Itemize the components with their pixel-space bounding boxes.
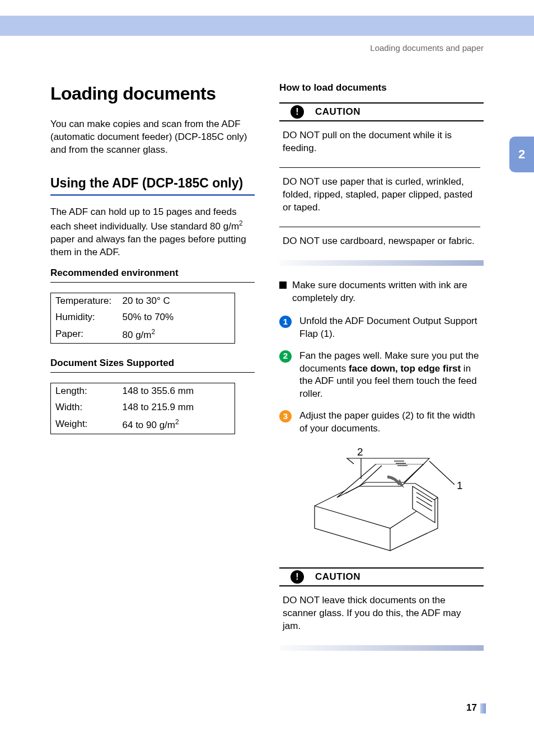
env-paper-sup: 2 [151, 328, 155, 336]
svg-line-8 [429, 461, 455, 485]
square-bullet-icon [279, 281, 287, 289]
section-heading-adf: Using the ADF (DCP-185C only) [50, 175, 255, 196]
adf-illustration: 2 1 [298, 444, 466, 556]
env-humidity-value: 50% to 70% [118, 309, 235, 326]
callout-1: 1 [457, 480, 463, 491]
divider [279, 167, 480, 168]
env-heading: Recommended environment [50, 267, 255, 283]
gradient-bar [279, 645, 484, 651]
env-humidity-label: Humidity: [51, 309, 118, 326]
columns: Loading documents You can make copies an… [50, 82, 484, 664]
table-row: Paper: 80 g/m2 [51, 326, 235, 344]
gradient-bar [279, 260, 484, 266]
caution-icon: ! [291, 570, 304, 584]
corner-accent [480, 703, 486, 713]
step-number-icon: 3 [279, 410, 292, 422]
caution-label: CAUTION [315, 106, 360, 119]
bullet-item: Make sure documents written with ink are… [279, 279, 484, 305]
how-to-heading: How to load documents [279, 82, 484, 95]
sizes-heading: Document Sizes Supported [50, 357, 255, 373]
env-temp-value: 20 to 30° C [118, 293, 235, 309]
divider [279, 227, 480, 227]
adf-para-sup: 2 [239, 219, 243, 227]
caution-item: DO NOT leave thick documents on the scan… [283, 594, 480, 633]
caution-item: DO NOT pull on the document while it is … [283, 129, 480, 155]
right-column: How to load documents ! CAUTION DO NOT p… [279, 82, 484, 664]
step-1: 1 Unfold the ADF Document Output Support… [279, 315, 484, 341]
bullet-text: Make sure documents written with ink are… [292, 279, 484, 305]
size-weight-value: 64 to 90 g/m2 [118, 416, 235, 434]
step-2: 2 Fan the pages well. Make sure you put … [279, 350, 484, 401]
env-table: Temperature: 20 to 30° C Humidity: 50% t… [50, 293, 235, 344]
step-text: Unfold the ADF Document Output Support F… [299, 315, 484, 341]
size-weight-sup: 2 [175, 418, 179, 426]
env-paper-value: 80 g/m2 [118, 326, 235, 344]
step-number-icon: 1 [279, 316, 292, 328]
chapter-tab: 2 [509, 137, 534, 172]
size-length-value: 148 to 355.6 mm [118, 383, 235, 400]
caution-body-1: DO NOT pull on the document while it is … [279, 129, 484, 248]
caution-header-1: ! CAUTION [279, 102, 484, 121]
step-3: 3 Adjust the paper guides (2) to fit the… [279, 410, 484, 435]
table-row: Weight: 64 to 90 g/m2 [51, 416, 235, 434]
size-width-label: Width: [51, 400, 118, 416]
sizes-table: Length: 148 to 355.6 mm Width: 148 to 21… [50, 383, 235, 434]
step-number-icon: 2 [279, 350, 292, 363]
size-weight-label: Weight: [51, 416, 118, 434]
caution-label: CAUTION [315, 571, 360, 584]
page-title: Loading documents [50, 82, 255, 106]
table-row: Temperature: 20 to 30° C [51, 293, 235, 309]
step-text: Fan the pages well. Make sure you put th… [299, 350, 484, 401]
chapter-number: 2 [518, 146, 525, 163]
running-header: Loading documents and paper [50, 43, 484, 54]
table-row: Width: 148 to 215.9 mm [51, 400, 235, 416]
intro-paragraph: You can make copies and scan from the AD… [50, 118, 255, 157]
caution-item: DO NOT use cardboard, newspaper or fabri… [283, 235, 480, 248]
page-body: Loading documents and paper Loading docu… [50, 43, 484, 664]
adf-paragraph: The ADF can hold up to 15 pages and feed… [50, 206, 255, 259]
page-number: 17 [466, 702, 477, 715]
caution-item: DO NOT use paper that is curled, wrinkle… [283, 176, 480, 214]
header-band [0, 16, 534, 36]
step2-bold: face down, top edge first [349, 363, 461, 374]
table-row: Humidity: 50% to 70% [51, 309, 235, 326]
caution-icon: ! [291, 105, 304, 119]
left-column: Loading documents You can make copies an… [50, 82, 255, 664]
env-temp-label: Temperature: [51, 293, 118, 309]
env-paper-pre: 80 g/m [123, 329, 152, 340]
size-length-label: Length: [51, 383, 118, 400]
caution-body-2: DO NOT leave thick documents on the scan… [279, 594, 484, 633]
table-row: Length: 148 to 355.6 mm [51, 383, 235, 400]
step-text: Adjust the paper guides (2) to fit the w… [299, 410, 484, 435]
caution-header-2: ! CAUTION [279, 567, 484, 586]
adf-para-post: paper and always fan the pages before pu… [50, 234, 246, 257]
adf-para-pre: The ADF can hold up to 15 pages and feed… [50, 206, 239, 232]
size-weight-pre: 64 to 90 g/m [123, 420, 176, 430]
callout-2: 2 [357, 446, 363, 458]
size-width-value: 148 to 215.9 mm [118, 400, 235, 416]
env-paper-label: Paper: [51, 326, 118, 344]
